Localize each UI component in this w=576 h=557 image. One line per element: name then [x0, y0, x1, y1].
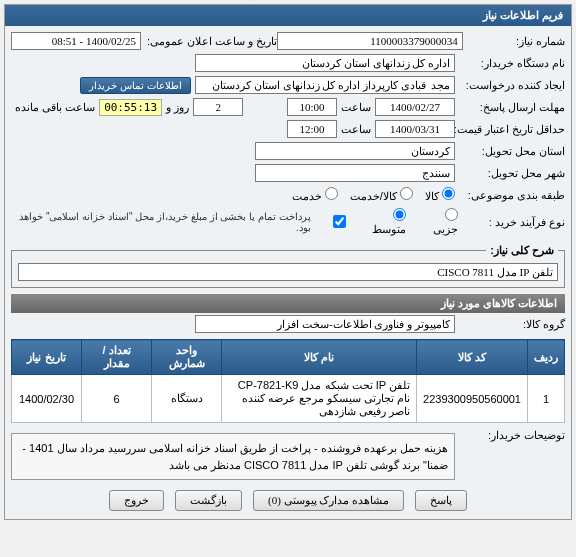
cell-unit: دستگاه [152, 375, 222, 423]
req-no-input[interactable] [277, 32, 463, 50]
cell-date: 1400/02/30 [12, 375, 82, 423]
hour-word2: ساعت [341, 123, 371, 136]
contact-button[interactable]: اطلاعات تماس خریدار [80, 77, 191, 94]
valid-label: حداقل تاریخ اعتبار قیمت: تا تاریخ: [455, 123, 565, 136]
th-idx: ردیف [528, 340, 565, 375]
summary-fieldset: شرح کلی نیاز: [11, 244, 565, 288]
pay-note: پرداخت تمام یا بخشی از مبلغ خرید،از محل … [11, 211, 311, 233]
footer-buttons: پاسخ مشاهده مدارک پیوستی (0) بازگشت خروج [11, 482, 565, 515]
creator-input[interactable] [195, 76, 455, 94]
cell-name: تلفن IP تحت شبکه مدل CP-7821-K9 نام تجار… [222, 375, 417, 423]
city-label: شهر محل تحویل: [455, 167, 565, 180]
close-button[interactable]: خروج [109, 490, 164, 511]
radio-service[interactable]: کالا/خدمت [350, 187, 413, 203]
radio-supply-input[interactable] [325, 187, 338, 200]
check-pay-input[interactable] [333, 215, 346, 228]
items-section-header: اطلاعات کالاهای مورد نیاز [11, 294, 565, 313]
back-button[interactable]: بازگشت [175, 490, 242, 511]
row-group: گروه کالا: [11, 313, 565, 335]
countdown-box: 00:55:13 [99, 99, 162, 116]
buyer-label: نام دستگاه خریدار: [455, 57, 565, 70]
row-notes: توضیحات خریدار: هزینه حمل برعهده فروشنده… [11, 427, 565, 482]
radio-mid-input[interactable] [393, 208, 406, 221]
group-input[interactable] [195, 315, 455, 333]
hour-word: ساعت [341, 101, 371, 114]
summary-input[interactable] [18, 263, 558, 281]
pub-date-input[interactable] [11, 32, 141, 50]
province-input[interactable] [255, 142, 455, 160]
valid-date-input[interactable] [375, 120, 455, 138]
row-req-no: شماره نیاز: تاریخ و ساعت اعلان عمومی: [11, 30, 565, 52]
deadline-time-input[interactable] [287, 98, 337, 116]
radio-mid[interactable]: متوسط [358, 208, 407, 236]
cell-idx: 1 [528, 375, 565, 423]
deadline-label: مهلت ارسال پاسخ: [455, 101, 565, 114]
group-label: گروه کالا: [455, 318, 565, 331]
th-unit: واحد شمارش [152, 340, 222, 375]
day-word: روز و [166, 101, 189, 114]
radio-jozi-input[interactable] [445, 208, 458, 221]
row-city: شهر محل تحویل: [11, 162, 565, 184]
cell-code: 2239300950560001 [417, 375, 528, 423]
table-row[interactable]: 1 2239300950560001 تلفن IP تحت شبکه مدل … [12, 375, 565, 423]
cell-qty: 6 [82, 375, 152, 423]
row-province: استان محل تحویل: [11, 140, 565, 162]
remaining-word: ساعت باقی مانده [15, 101, 95, 114]
row-buyer: نام دستگاه خریدار: [11, 52, 565, 74]
th-name: نام کالا [222, 340, 417, 375]
table-header-row: ردیف کد کالا نام کالا واحد شمارش تعداد /… [12, 340, 565, 375]
row-pkg: طبقه بندی موضوعی: کالا کالا/خدمت خدمت [11, 184, 565, 206]
radio-kala-input[interactable] [442, 187, 455, 200]
panel-body: شماره نیاز: تاریخ و ساعت اعلان عمومی: نا… [5, 26, 571, 519]
city-input[interactable] [255, 164, 455, 182]
notes-label: توضیحات خریدار: [455, 429, 565, 442]
deadline-date-input[interactable] [375, 98, 455, 116]
row-creator: ایجاد کننده درخواست: اطلاعات تماس خریدار [11, 74, 565, 96]
th-code: کد کالا [417, 340, 528, 375]
row-deadline: مهلت ارسال پاسخ: ساعت روز و 00:55:13 ساع… [11, 96, 565, 118]
attachments-button[interactable]: مشاهده مدارک پیوستی (0) [253, 490, 404, 511]
pkg-label: طبقه بندی موضوعی: [455, 189, 565, 202]
creator-label: ایجاد کننده درخواست: [455, 79, 565, 92]
th-date: تاریخ نیاز [12, 340, 82, 375]
info-panel: فریم اطلاعات نیاز شماره نیاز: تاریخ و سا… [4, 4, 572, 520]
radio-supply[interactable]: خدمت [292, 187, 338, 203]
radio-jozi[interactable]: جزیی [418, 208, 458, 236]
check-pay[interactable] [333, 215, 346, 230]
days-remaining-input[interactable] [193, 98, 243, 116]
summary-legend: شرح کلی نیاز: [486, 244, 558, 257]
row-proc: نوع فرآیند خرید : جزیی متوسط پرداخت تمام… [11, 206, 565, 238]
proc-label: نوع فرآیند خرید : [458, 216, 565, 229]
valid-time-input[interactable] [287, 120, 337, 138]
radio-service-input[interactable] [400, 187, 413, 200]
th-qty: تعداد / مقدار [82, 340, 152, 375]
province-label: استان محل تحویل: [455, 145, 565, 158]
req-no-label: شماره نیاز: [463, 35, 565, 48]
reply-button[interactable]: پاسخ [415, 490, 467, 511]
buyer-input[interactable] [195, 54, 455, 72]
radio-kala[interactable]: کالا [425, 187, 455, 203]
panel-title: فریم اطلاعات نیاز [5, 5, 571, 26]
pub-date-label: تاریخ و ساعت اعلان عمومی: [141, 35, 277, 48]
notes-box: هزینه حمل برعهده فروشنده - پراخت از طریق… [11, 433, 455, 480]
items-table: ردیف کد کالا نام کالا واحد شمارش تعداد /… [11, 339, 565, 423]
row-valid: حداقل تاریخ اعتبار قیمت: تا تاریخ: ساعت [11, 118, 565, 140]
